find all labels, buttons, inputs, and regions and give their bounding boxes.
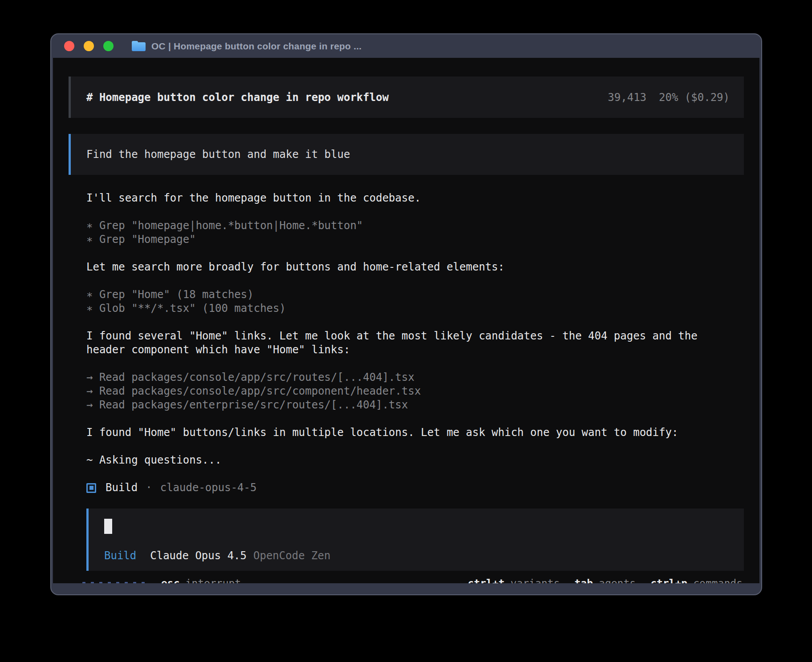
agent-status-line: Build · claude-opus-4-5	[86, 481, 744, 495]
folder-icon	[132, 41, 146, 51]
shortcut-key: esc	[161, 577, 180, 583]
session-stats: 39,413 20% ($0.29)	[608, 91, 730, 104]
assistant-text: I found several "Home" links. Let me loo…	[86, 329, 744, 343]
agent-name: Build	[106, 481, 138, 495]
zoom-button[interactable]	[103, 41, 114, 51]
shortcut-commands: ctrl+p commands	[650, 577, 743, 583]
tool-call-read: → Read packages/enterprise/src/routes/[.…	[86, 398, 744, 412]
close-button[interactable]	[64, 41, 74, 51]
terminal-content: # Homepage button color change in repo w…	[53, 58, 759, 583]
session-header: # Homepage button color change in repo w…	[69, 77, 744, 118]
mode-selector[interactable]: Build	[104, 549, 136, 562]
shortcut-key: ctrl+t	[468, 577, 505, 583]
titlebar: OC | Homepage button color change in rep…	[51, 34, 761, 58]
app-window: OC | Homepage button color change in rep…	[50, 33, 762, 595]
shortcut-key: ctrl+p	[650, 577, 687, 583]
tool-call-glob: ∗ Glob "**/*.tsx" (100 matches)	[86, 302, 744, 315]
shortcut-label: commands	[693, 577, 743, 583]
tool-call-read: → Read packages/console/app/src/routes/[…	[86, 371, 744, 384]
provider-label: OpenCode Zen	[253, 549, 330, 562]
shortcut-interrupt: esc interrupt	[161, 577, 241, 583]
shortcut-label: agents	[599, 577, 636, 583]
text-cursor	[104, 519, 112, 534]
agent-build-icon	[86, 483, 96, 493]
minimize-button[interactable]	[84, 41, 94, 51]
input-meta: Build Claude Opus 4.5 OpenCode Zen	[104, 549, 728, 562]
assistant-text: I'll search for the homepage button in t…	[86, 191, 744, 205]
prompt-input[interactable]: Build Claude Opus 4.5 OpenCode Zen	[86, 509, 744, 571]
shortcut-variants: ctrl+t variants	[468, 577, 560, 583]
context-cost: 20% ($0.29)	[659, 91, 730, 104]
user-message-text: Find the homepage button and make it blu…	[86, 148, 350, 161]
agent-model: claude-opus-4-5	[160, 481, 257, 495]
assistant-transcript: I'll search for the homepage button in t…	[69, 191, 744, 583]
model-selector[interactable]: Claude Opus 4.5	[150, 549, 247, 562]
assistant-text: Let me search more broadly for buttons a…	[86, 260, 744, 274]
assistant-text: I found "Home" buttons/links in multiple…	[86, 426, 744, 440]
window-title: OC | Homepage button color change in rep…	[151, 41, 361, 52]
working-spinner-dots	[82, 582, 145, 584]
statusbar: esc interrupt ctrl+t variants tab agents…	[86, 577, 744, 583]
shortcut-label: interrupt	[186, 577, 241, 583]
shortcut-key: tab	[574, 577, 593, 583]
tool-call-read: → Read packages/console/app/src/componen…	[86, 384, 744, 398]
assistant-status-text: ~ Asking questions...	[86, 453, 744, 467]
traffic-lights	[64, 41, 114, 51]
separator-dot: ·	[146, 481, 152, 495]
tool-call-grep: ∗ Grep "homepage|home.*button|Home.*butt…	[86, 219, 744, 233]
shortcut-label: variants	[511, 577, 560, 583]
shortcut-agents: tab agents	[574, 577, 636, 583]
tool-call-grep: ∗ Grep "Homepage"	[86, 233, 744, 246]
user-message: Find the homepage button and make it blu…	[69, 134, 744, 175]
session-title: # Homepage button color change in repo w…	[86, 91, 389, 104]
assistant-text: header component which have "Home" links…	[86, 343, 744, 357]
tool-call-grep: ∗ Grep "Home" (18 matches)	[86, 288, 744, 302]
token-count: 39,413	[608, 91, 646, 104]
